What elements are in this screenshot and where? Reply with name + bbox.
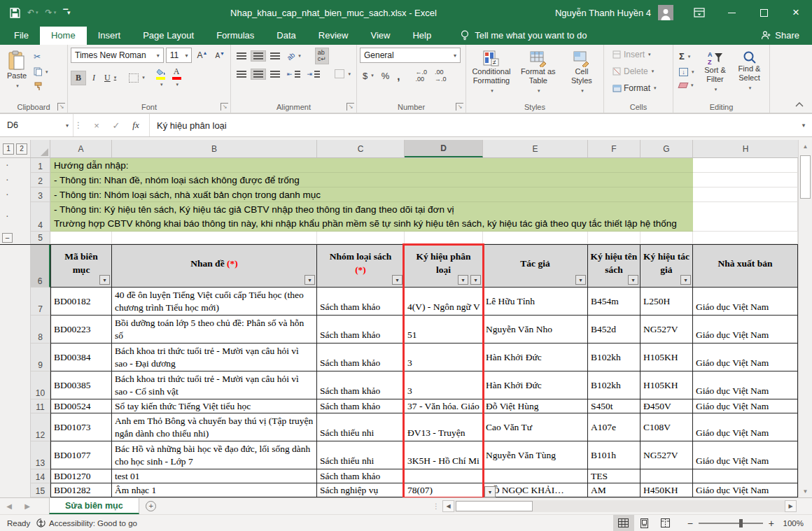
- cell[interactable]: Bách khoa tri thức tuổi trẻ - Mười vạn c…: [112, 344, 317, 371]
- filter-dropdown-icon[interactable]: [458, 275, 468, 285]
- outline-level-2-button[interactable]: 2: [16, 143, 27, 155]
- user-name[interactable]: Nguyễn Thanh Huyền 4: [555, 8, 651, 18]
- cell[interactable]: Bác Hồ và những bài học về đạo đức, lối …: [112, 441, 317, 469]
- column-header-h[interactable]: H: [693, 140, 798, 157]
- tab-insert[interactable]: Insert: [87, 27, 132, 45]
- increase-decimal-button[interactable]: ←.0.00: [412, 66, 430, 85]
- data-validation-dropdown-icon[interactable]: [484, 486, 496, 497]
- cell[interactable]: NG527V: [640, 316, 693, 344]
- empty-cell[interactable]: [640, 232, 693, 244]
- instruction-line-3[interactable]: - Thông tin: Nhóm loại sách, nhà xuất bả…: [50, 187, 693, 202]
- row-header-15[interactable]: 15: [31, 483, 50, 497]
- expand-formula-bar-icon[interactable]: ▾: [795, 114, 812, 136]
- filter-dropdown-icon[interactable]: [392, 275, 402, 285]
- empty-cell[interactable]: [693, 173, 798, 187]
- number-format-combo[interactable]: General: [360, 48, 461, 63]
- outline-level-1-button[interactable]: 1: [3, 143, 14, 155]
- clear-button[interactable]: [676, 80, 697, 90]
- column-header-f[interactable]: F: [588, 140, 640, 157]
- column-header-e[interactable]: E: [483, 140, 588, 157]
- cell[interactable]: 3K5H - Hồ Chí Mi: [405, 441, 483, 469]
- empty-cell[interactable]: [405, 232, 483, 244]
- column-header-b[interactable]: B: [112, 140, 317, 157]
- name-box[interactable]: D6 ▾: [0, 114, 74, 136]
- customize-qat-button[interactable]: ▔▾: [63, 9, 69, 16]
- cell[interactable]: Sách tham khảo: [317, 316, 405, 344]
- header-nhan-de[interactable]: Nhan đề (*): [112, 245, 317, 288]
- find-select-button[interactable]: Find & Select: [734, 48, 766, 101]
- cell[interactable]: test 01: [112, 469, 317, 483]
- tab-home[interactable]: Home: [40, 27, 87, 45]
- empty-cell[interactable]: [50, 232, 112, 244]
- top-align-button[interactable]: [234, 50, 249, 62]
- orientation-button[interactable]: ab: [284, 50, 304, 62]
- cell[interactable]: Sách nghiệp vụ: [317, 483, 405, 497]
- cell[interactable]: Âm nhạc 1: [112, 483, 317, 497]
- maximize-button[interactable]: [748, 0, 780, 25]
- cell[interactable]: 3: [405, 344, 483, 371]
- cell[interactable]: BD00385: [50, 371, 112, 399]
- instruction-line-1[interactable]: Hướng dẫn nhập:: [50, 158, 693, 173]
- ribbon-display-options-button[interactable]: [683, 0, 715, 25]
- header-ma-bien-muc[interactable]: Mã biên mục: [50, 245, 112, 288]
- column-header-a[interactable]: A: [50, 140, 112, 157]
- new-sheet-button[interactable]: +: [139, 498, 163, 514]
- cell[interactable]: B102kh: [588, 344, 640, 371]
- normal-view-button[interactable]: [613, 515, 634, 531]
- cell[interactable]: HỒ NGỌC KHẢI…: [483, 483, 588, 497]
- cell[interactable]: Giáo dục Việt Nam: [693, 344, 798, 371]
- header-ky-hieu-tac-gia[interactable]: Ký hiệu tác giả: [640, 245, 693, 288]
- scrollbar-resize-handle[interactable]: ⋮: [433, 502, 440, 510]
- horizontal-scrollbar[interactable]: ⋮ ◀ ▶: [433, 500, 797, 512]
- bottom-align-button[interactable]: [267, 50, 283, 62]
- scroll-right-icon[interactable]: ▶: [785, 500, 797, 512]
- cell[interactable]: Sách tham khảo: [317, 469, 405, 483]
- row-header-12[interactable]: 12: [31, 413, 50, 441]
- align-left-button[interactable]: [234, 69, 249, 80]
- filter-dropdown-icon[interactable]: [575, 275, 586, 285]
- scroll-down-icon[interactable]: ▼: [799, 485, 812, 497]
- formula-bar-handle[interactable]: ⋮: [74, 114, 83, 136]
- cell[interactable]: BD01282: [50, 483, 112, 497]
- decrease-indent-button[interactable]: ⇤: [284, 69, 303, 80]
- cell[interactable]: Giáo dục Việt Nam: [693, 371, 798, 399]
- next-sheet-icon[interactable]: ▶: [18, 498, 36, 514]
- cell[interactable]: BD01270: [50, 469, 112, 483]
- formula-input[interactable]: Ký hiệu phân loại: [150, 114, 795, 136]
- filter-dropdown-icon[interactable]: [680, 275, 691, 285]
- align-center-button[interactable]: [251, 69, 266, 80]
- avatar[interactable]: [658, 5, 673, 20]
- header-ky-hieu-ten-sach[interactable]: Ký hiệu tên sách: [588, 245, 640, 288]
- merge-center-button[interactable]: [332, 67, 354, 80]
- save-button[interactable]: [10, 8, 20, 18]
- cell[interactable]: H105KH: [640, 371, 693, 399]
- empty-cell[interactable]: [317, 232, 405, 244]
- conditional-formatting-button[interactable]: ≠ Conditional Formatting: [469, 48, 514, 101]
- cell[interactable]: Lê Hữu Tỉnh: [483, 288, 588, 316]
- format-painter-button[interactable]: [31, 80, 51, 93]
- empty-cell[interactable]: [588, 232, 640, 244]
- collapse-outline-button[interactable]: −: [2, 233, 13, 243]
- redo-button[interactable]: ↷▾: [46, 8, 57, 17]
- cell[interactable]: Bồi dưỡng toán lớp 5 theo chủ đề: Phân s…: [112, 316, 317, 344]
- row-header-9[interactable]: 9: [31, 344, 50, 371]
- cell[interactable]: Sách tham khảo: [317, 371, 405, 399]
- prev-sheet-icon[interactable]: ◀: [0, 498, 18, 514]
- cell[interactable]: H105KH: [640, 344, 693, 371]
- row-header-14[interactable]: 14: [31, 469, 50, 483]
- cell[interactable]: B101h: [588, 441, 640, 469]
- close-button[interactable]: ×: [780, 0, 812, 25]
- header-ky-hieu-phan-loai[interactable]: Ký hiệu phân loại: [405, 245, 483, 288]
- cell[interactable]: BD00524: [50, 399, 112, 413]
- decrease-decimal-button[interactable]: .00→.0: [432, 66, 449, 85]
- page-break-view-button[interactable]: [655, 515, 676, 531]
- cell[interactable]: Nguyễn Văn Nho: [483, 316, 588, 344]
- horizontal-scroll-track[interactable]: [454, 500, 785, 512]
- row-header-2[interactable]: 2: [31, 173, 50, 187]
- empty-cell[interactable]: [693, 158, 798, 173]
- comma-style-button[interactable]: ,: [394, 68, 402, 84]
- insert-cells-button[interactable]: Insert: [610, 48, 670, 62]
- tab-help[interactable]: Help: [401, 27, 442, 45]
- alignment-dialog-launcher[interactable]: [346, 103, 354, 111]
- cell[interactable]: B454m: [588, 288, 640, 316]
